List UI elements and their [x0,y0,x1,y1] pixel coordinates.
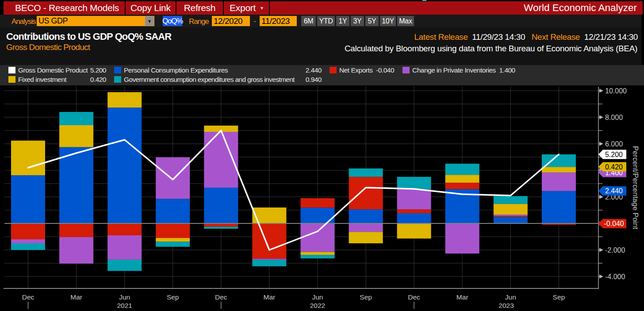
svg-text:Sep: Sep [167,293,179,301]
svg-text:-4.000: -4.000 [605,273,625,280]
svg-text:5.200: 5.200 [605,151,623,158]
svg-text:Mar: Mar [456,293,468,301]
svg-text:Percent/Percentage Point: Percent/Percentage Point [632,146,640,229]
svg-text:Mar: Mar [70,293,82,301]
svg-text:2023: 2023 [498,302,514,309]
svg-text:Mar: Mar [264,293,276,301]
svg-text:Sep: Sep [553,293,565,301]
svg-text:0.420: 0.420 [605,163,623,171]
svg-text:-2.000: -2.000 [605,246,625,254]
svg-text:8.000: 8.000 [605,114,623,121]
svg-text:Sep: Sep [360,293,372,301]
svg-text:Jun: Jun [312,293,323,301]
svg-text:2022: 2022 [310,302,325,309]
svg-text:Jun: Jun [505,293,516,301]
svg-text:Dec: Dec [215,293,227,301]
svg-text:10.000: 10.000 [605,87,627,95]
svg-text:Jun: Jun [119,293,130,301]
svg-text:Dec: Dec [408,293,420,301]
svg-text:Dec: Dec [22,293,34,301]
svg-text:6.000: 6.000 [605,140,623,148]
svg-text:-0.040: -0.040 [604,220,624,227]
svg-text:2.440: 2.440 [605,187,623,195]
svg-text:2021: 2021 [117,302,132,309]
